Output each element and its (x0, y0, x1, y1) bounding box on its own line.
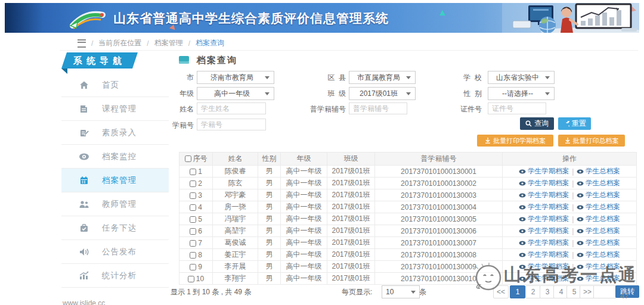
total-archive-link[interactable]: 学生总档案 (577, 226, 620, 235)
semester-archive-link[interactable]: 学生学期档案 (519, 238, 569, 247)
sidebar-item-tasks[interactable]: 任务下达 (61, 216, 169, 240)
row-checkbox[interactable] (190, 169, 196, 175)
cell-name: 冯瑞宇 (213, 213, 258, 225)
student-id-input[interactable] (197, 119, 266, 130)
menu-icon[interactable] (78, 39, 86, 48)
district-value: 市直属教育局 (354, 73, 404, 83)
cell-name: 李开晨 (213, 261, 258, 273)
gender-select[interactable]: --请选择-- (488, 87, 555, 100)
cell-actions: 学生学期档案 | 学生总档案 (503, 273, 637, 285)
row-checkbox[interactable] (190, 216, 196, 223)
row-checkbox[interactable] (190, 192, 196, 199)
cell-student-id: 2017370101000130006 (375, 225, 503, 237)
page-title-icon (179, 56, 189, 64)
cell-index: 2 (179, 178, 213, 189)
cell-grade: 高中一年级 (281, 237, 327, 249)
batch-print-semester-button[interactable]: 批量打印学期档案 (477, 135, 553, 147)
per-page-select[interactable]: 10 (382, 285, 420, 298)
city-select[interactable]: 济南市教育局 (197, 71, 274, 84)
eye-icon (519, 241, 526, 245)
page-button-2[interactable]: 2 (525, 285, 541, 298)
courses-icon (78, 103, 90, 115)
breadcrumb-item-archive[interactable]: 档案管理 (154, 38, 183, 48)
total-archive-link[interactable]: 学生总档案 (577, 238, 620, 247)
total-archive-link[interactable]: 学生总档案 (577, 250, 620, 259)
total-archive-link[interactable]: 学生总档案 (577, 179, 620, 188)
class-select[interactable]: 2017级01班 (349, 87, 416, 100)
batch-print-total-button[interactable]: 批量打印总档案 (558, 135, 625, 147)
sidebar-item-entry[interactable]: 素质录入 (61, 121, 169, 145)
sidebar-item-label: 档案监控 (102, 151, 137, 162)
row-checkbox[interactable] (190, 240, 196, 247)
eye-icon (519, 217, 526, 222)
semester-archive-link[interactable]: 学生学期档案 (519, 250, 569, 259)
cell-class: 2017级01班 (327, 273, 375, 285)
cert-id-input[interactable] (488, 102, 546, 114)
cell-class: 2017级01班 (327, 201, 375, 213)
total-archive-link[interactable]: 学生总档案 (577, 191, 620, 200)
sidebar-item-label: 首页 (102, 80, 119, 91)
total-archive-link[interactable]: 学生总档案 (577, 274, 620, 283)
semester-archive-link[interactable]: 学生学期档案 (519, 262, 569, 271)
row-checkbox[interactable] (190, 252, 196, 259)
header-illustration (502, 3, 639, 33)
row-checkbox[interactable] (190, 228, 196, 235)
sidebar-item-teachers[interactable]: 教师管理 (61, 192, 169, 216)
sidebar-item-archive[interactable]: 档案管理 (61, 169, 169, 192)
grade-select[interactable]: 高中一年级 (197, 87, 274, 100)
search-button[interactable]: 查询 (520, 117, 554, 130)
district-select[interactable]: 市直属教育局 (349, 71, 416, 84)
cell-grade: 高中一年级 (281, 273, 327, 285)
jump-page-input[interactable] (593, 285, 616, 298)
page-button-1[interactable]: 1 (510, 285, 525, 298)
school-select[interactable]: 山东省实验中 (488, 71, 555, 84)
row-checkbox[interactable] (190, 204, 196, 211)
total-archive-link[interactable]: 学生总档案 (577, 167, 620, 176)
school-label: 学 校 (438, 73, 482, 83)
batch-print-total-label: 批量打印总档案 (573, 136, 619, 145)
total-archive-link[interactable]: 学生总档案 (577, 262, 620, 271)
total-archive-link[interactable]: 学生总档案 (577, 203, 620, 211)
semester-archive-link[interactable]: 学生学期档案 (519, 226, 569, 235)
sidebar-item-home[interactable]: 首页 (61, 73, 169, 97)
caret-down-icon (411, 291, 416, 294)
sidebar-item-stats[interactable]: 统计分析 (61, 264, 169, 288)
caret-down-icon (265, 92, 270, 95)
action-separator: | (572, 239, 574, 247)
breadcrumb-item-query[interactable]: 档案查询 (196, 38, 224, 48)
total-archive-link[interactable]: 学生总档案 (577, 214, 620, 223)
semester-archive-link[interactable]: 学生学期档案 (519, 274, 569, 283)
semester-archive-link[interactable]: 学生学期档案 (519, 191, 569, 200)
row-checkbox[interactable] (190, 180, 196, 187)
name-input[interactable] (197, 102, 266, 114)
sidebar-item-label: 素质录入 (102, 127, 137, 138)
cell-grade: 高中一年级 (281, 261, 327, 273)
islide-watermark: www.islide.cc (63, 299, 105, 305)
breadcrumb-location: 当前所在位置 (98, 38, 141, 48)
sidebar-item-label: 公告发布 (102, 247, 137, 257)
header-name: 姓名 (213, 152, 258, 166)
semester-archive-link[interactable]: 学生学期档案 (519, 167, 569, 176)
semester-archive-link[interactable]: 学生学期档案 (519, 179, 569, 188)
select-all-checkbox[interactable] (185, 155, 191, 162)
semester-archive-link[interactable]: 学生学期档案 (519, 214, 569, 223)
breadcrumb-sep: / (147, 39, 148, 48)
caret-down-icon (545, 76, 550, 79)
action-separator: | (572, 227, 574, 235)
sidebar-item-announce[interactable]: 公告发布 (61, 240, 169, 264)
eye-icon (519, 205, 526, 210)
sidebar-item-courses[interactable]: 课程管理 (61, 97, 169, 121)
semester-archive-link[interactable]: 学生学期档案 (519, 203, 569, 211)
cell-grade: 高中一年级 (281, 225, 327, 237)
row-checkbox[interactable] (190, 264, 196, 270)
cell-grade: 高中一年级 (281, 213, 327, 225)
reset-button[interactable]: 重置 (558, 117, 591, 130)
search-icon (525, 120, 532, 127)
page-prev-button[interactable]: << (493, 285, 509, 298)
cell-gender: 男 (258, 225, 281, 237)
cell-actions: 学生学期档案 | 学生总档案 (503, 261, 637, 273)
sidebar-item-monitor[interactable]: 档案监控 (61, 145, 169, 169)
cell-actions: 学生学期档案 | 学生总档案 (503, 189, 637, 201)
row-checkbox[interactable] (188, 276, 194, 282)
aux-id-input[interactable] (349, 102, 407, 114)
